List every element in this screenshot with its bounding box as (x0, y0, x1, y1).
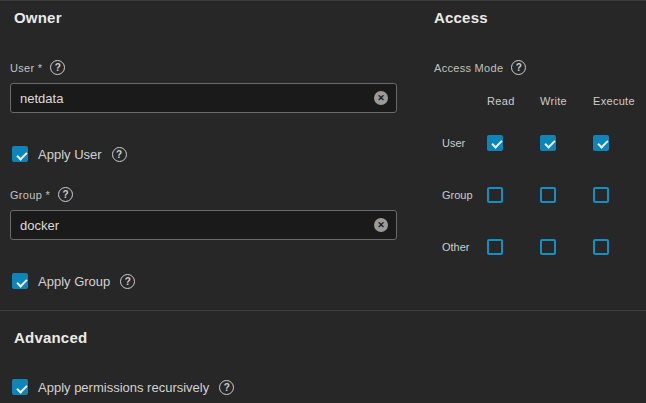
apply-user-checkbox[interactable] (12, 146, 28, 162)
apply-group-checkbox[interactable] (12, 273, 28, 289)
access-row-group: Group (434, 186, 646, 203)
access-grid-header: Read Write Execute (434, 92, 646, 109)
access-mode-help-icon[interactable]: ? (511, 60, 526, 75)
user-execute-checkbox[interactable] (593, 135, 609, 151)
group-field-label-row: Group * ? (10, 187, 73, 202)
other-write-checkbox[interactable] (540, 239, 556, 255)
apply-user-row: Apply User ? (12, 146, 127, 162)
user-field-label: User * (10, 62, 42, 74)
user-field-label-row: User * ? (10, 60, 65, 75)
access-mode-label: Access Mode (434, 62, 503, 74)
other-execute-checkbox[interactable] (593, 239, 609, 255)
row-label-user: User (434, 137, 487, 149)
column-header-write: Write (540, 95, 567, 107)
apply-recursively-checkbox[interactable] (12, 379, 28, 395)
group-execute-checkbox[interactable] (593, 187, 609, 203)
user-clear-icon[interactable]: ✕ (374, 91, 388, 105)
column-header-read: Read (487, 95, 515, 107)
apply-user-label: Apply User (38, 147, 102, 162)
user-help-icon[interactable]: ? (50, 60, 65, 75)
apply-group-label: Apply Group (38, 274, 110, 289)
advanced-section-title: Advanced (14, 329, 87, 346)
group-write-checkbox[interactable] (540, 187, 556, 203)
apply-user-help-icon[interactable]: ? (112, 147, 127, 162)
apply-recursively-label: Apply permissions recursively (38, 380, 209, 395)
apply-group-row: Apply Group ? (12, 273, 135, 289)
apply-recursively-row: Apply permissions recursively ? (12, 379, 234, 395)
group-input-wrap: ✕ (10, 210, 397, 240)
permissions-form: Owner User * ? ✕ Apply User ? Group * ? … (0, 0, 646, 403)
user-input-wrap: ✕ (10, 83, 397, 113)
apply-recursively-help-icon[interactable]: ? (219, 380, 234, 395)
group-help-icon[interactable]: ? (58, 187, 73, 202)
group-field-label: Group * (10, 189, 50, 201)
section-divider (0, 310, 646, 311)
access-row-user: User (434, 134, 646, 151)
top-divider (0, 0, 646, 1)
row-label-other: Other (434, 241, 487, 253)
other-read-checkbox[interactable] (487, 239, 503, 255)
user-read-checkbox[interactable] (487, 135, 503, 151)
group-input[interactable] (11, 211, 396, 239)
group-read-checkbox[interactable] (487, 187, 503, 203)
column-header-execute: Execute (593, 95, 635, 107)
user-write-checkbox[interactable] (540, 135, 556, 151)
access-section-title: Access (434, 9, 488, 26)
row-label-group: Group (434, 189, 487, 201)
apply-group-help-icon[interactable]: ? (120, 274, 135, 289)
access-row-other: Other (434, 238, 646, 255)
owner-section-title: Owner (14, 9, 62, 26)
access-mode-label-row: Access Mode ? (434, 60, 526, 75)
user-input[interactable] (11, 84, 396, 112)
group-clear-icon[interactable]: ✕ (374, 218, 388, 232)
